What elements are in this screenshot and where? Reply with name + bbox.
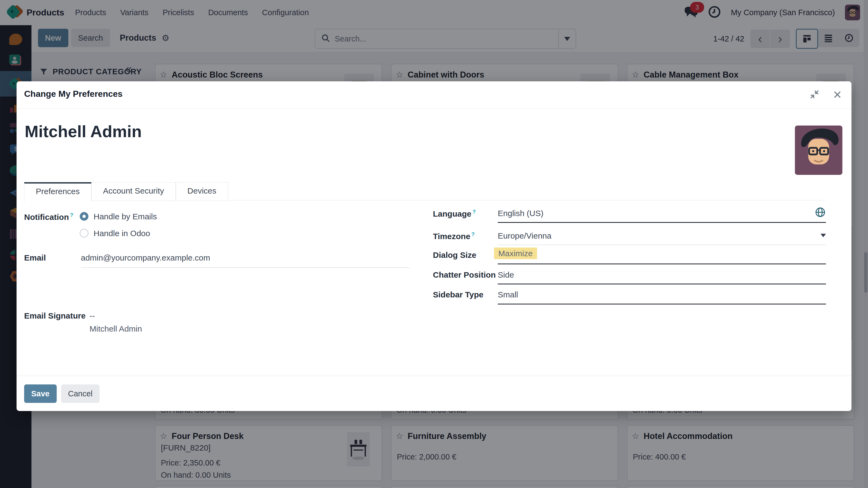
- dialog-restore-button[interactable]: [808, 88, 821, 101]
- notification-label: Notification?: [24, 212, 73, 222]
- radio-label-handle-by-emails[interactable]: Handle by Emails: [94, 212, 157, 221]
- dialog-size-label: Dialog Size: [433, 251, 476, 260]
- highlighted-value: Maximize: [494, 248, 537, 259]
- tab-devices[interactable]: Devices: [176, 182, 228, 201]
- signature-editor[interactable]: --: [90, 311, 95, 321]
- sidebar-type-label: Sidebar Type: [433, 290, 484, 299]
- email-signature-label: Email Signature: [24, 311, 86, 321]
- timezone-field[interactable]: Europe/Vienna: [498, 231, 552, 240]
- radio-label-handle-in-odoo[interactable]: Handle in Odoo: [94, 229, 150, 238]
- odoo-screen: Products Products Variants Pricelists Do…: [0, 0, 868, 488]
- language-field[interactable]: English (US): [498, 209, 543, 218]
- compress-icon: [809, 89, 820, 99]
- signature-name[interactable]: Mitchell Admin: [90, 324, 142, 333]
- change-preferences-dialog: Change My Preferences × Mitchell Admin: [17, 82, 851, 411]
- help-marker[interactable]: ?: [472, 209, 476, 215]
- tab-account-security[interactable]: Account Security: [91, 182, 176, 201]
- timezone-caret-icon[interactable]: [820, 234, 826, 237]
- chatter-position-label: Chatter Position: [433, 270, 496, 280]
- email-label: Email: [24, 253, 46, 262]
- dialog-size-field[interactable]: Maximize: [494, 249, 537, 258]
- radio-handle-by-emails[interactable]: [80, 212, 88, 221]
- timezone-label: Timezone?: [433, 231, 475, 241]
- close-icon: ×: [833, 87, 842, 102]
- globe-icon[interactable]: [815, 207, 826, 219]
- help-marker[interactable]: ?: [471, 231, 475, 237]
- help-marker[interactable]: ?: [70, 212, 73, 218]
- save-button[interactable]: Save: [24, 384, 57, 403]
- dialog-tabs: Preferences Account Security Devices: [24, 182, 228, 202]
- dialog-title: Change My Preferences: [24, 89, 123, 99]
- radio-handle-in-odoo[interactable]: [80, 229, 88, 237]
- dialog-close-button[interactable]: ×: [831, 88, 844, 101]
- chatter-position-field[interactable]: Side: [498, 270, 514, 280]
- language-label: Language?: [433, 209, 476, 219]
- user-name-heading: Mitchell Admin: [25, 122, 142, 141]
- dialog-header: Change My Preferences ×: [17, 82, 851, 109]
- cancel-button[interactable]: Cancel: [61, 384, 99, 403]
- tab-preferences[interactable]: Preferences: [24, 182, 91, 202]
- sidebar-type-field[interactable]: Small: [498, 290, 518, 299]
- profile-avatar[interactable]: [795, 126, 842, 175]
- email-field[interactable]: admin@yourcompany.example.com: [81, 253, 210, 262]
